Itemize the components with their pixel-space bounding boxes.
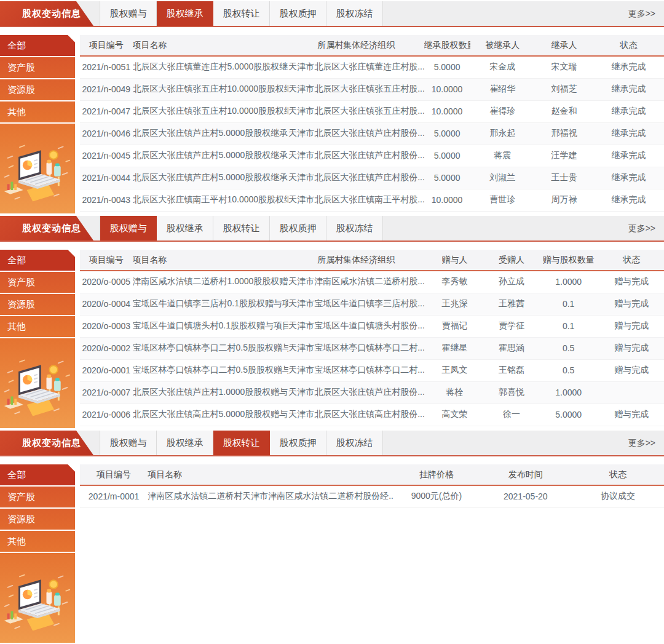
tab-equity-freeze[interactable]: 股权冻结 [326, 216, 383, 241]
table-cell: 10.0000 [424, 189, 470, 211]
tab-equity-gift[interactable]: 股权赠与 [100, 431, 157, 455]
panel-title-banner: 股权变动信息 [0, 1, 93, 26]
table-row[interactable]: 2021/n-0045北辰区大张庄镇芦庄村5.0000股股权继承...天津市北辰… [80, 145, 664, 167]
table-cell: 1.0000 [538, 381, 599, 403]
table-cell: 天津市北辰区大张庄镇芦庄村股份... [288, 122, 424, 145]
sidebar-item-asset-shares[interactable]: 资产股 [0, 272, 75, 294]
table-cell: 贾学征 [485, 315, 538, 337]
table-cell: 2021/n-0043 [80, 189, 133, 211]
sidebar-item-resource-shares[interactable]: 资源股 [0, 509, 75, 531]
table-cell: 2021/o-0007 [80, 381, 133, 403]
tab-equity-freeze[interactable]: 股权冻结 [326, 1, 383, 26]
table-row[interactable]: 2020/o-0001宝坻区林亭口镇林亭口二村0.5股股权赠与...天津市宝坻区… [80, 359, 664, 381]
table-row[interactable]: 2021/n-0047北辰区大张庄镇张五庄村10.0000股股权继...天津市北… [80, 100, 664, 122]
table-row[interactable]: 2021/n-0051北辰区大张庄镇董连庄村5.0000股股权继...天津市北辰… [80, 56, 664, 78]
sidebar-item-all[interactable]: 全部 [0, 35, 75, 57]
table-cell: 天津市北辰区大张庄镇高庄村股份... [288, 403, 424, 426]
table-cell: 2021/n-0051 [80, 56, 133, 78]
table-row[interactable]: 2021/n-0044北辰区大张庄镇芦庄村5.0000股股权继承...天津市北辰… [80, 167, 664, 189]
tab-equity-inheritance[interactable]: 股权继承 [157, 431, 213, 455]
tab-equity-transfer[interactable]: 股权转让 [213, 1, 270, 26]
table-cell: 霍思涵 [485, 337, 538, 359]
tab-equity-gift[interactable]: 股权赠与 [100, 216, 157, 241]
table-cell: 2021/n-0047 [80, 100, 133, 122]
table-row[interactable]: 2021/n-0043北辰区大张庄镇南王平村10.0000股股权继...天津市北… [80, 189, 664, 211]
table-row[interactable]: 2020/o-0002宝坻区林亭口镇林亭口二村0.5股股权赠与...天津市宝坻区… [80, 337, 664, 359]
column-header: 挂牌价格 [393, 464, 480, 485]
table-cell: 赠与完成 [599, 337, 664, 359]
table-cell: 2021/n-0044 [80, 167, 133, 189]
table-cell: 宝坻区林亭口镇林亭口二村0.5股股权赠与... [133, 337, 289, 359]
column-header: 被继承人 [470, 35, 535, 56]
category-list: 全部资产股资源股其他 [0, 250, 75, 338]
sidebar-item-all[interactable]: 全部 [0, 464, 75, 487]
sidebar-item-resource-shares[interactable]: 资源股 [0, 79, 75, 101]
panel-title-banner: 股权变动信息 [0, 216, 93, 241]
table-row[interactable]: 2021/m-0001津南区咸水沽镇二道桥村天津市津南区咸水沽镇二道桥村股份经.… [80, 485, 664, 507]
table-cell: 1.0000 [538, 271, 599, 293]
table-cell: 5.0000 [424, 56, 470, 78]
table-row[interactable]: 2020/o-0005津南区咸水沽镇二道桥村1.0000股股权赠...天津市津南… [80, 271, 664, 293]
tab-equity-transfer[interactable]: 股权转让 [213, 431, 270, 455]
table-cell: 北辰区大张庄镇南王平村10.0000股股权继... [133, 189, 289, 211]
table-cell: 北辰区大张庄镇芦庄村5.0000股股权继承... [133, 145, 289, 167]
table-cell: 赠与完成 [599, 403, 664, 426]
table-cell: 周万禄 [535, 189, 593, 211]
table-cell: 郭喜悦 [485, 381, 538, 403]
category-sidebar: 全部资产股资源股其他 [0, 35, 75, 213]
sidebar-item-other[interactable]: 其他 [0, 316, 75, 338]
tab-equity-gift[interactable]: 股权赠与 [100, 1, 157, 26]
more-link[interactable]: 更多>> [628, 431, 655, 455]
sidebar-item-other[interactable]: 其他 [0, 101, 75, 124]
tab-equity-pledge[interactable]: 股权质押 [270, 431, 326, 455]
table-row[interactable]: 2021/o-0006北辰区大张庄镇高庄村5.0000股股权赠与...天津市北辰… [80, 403, 664, 426]
table-cell: 2021-05-20 [480, 485, 572, 507]
table-cell: 北辰区大张庄镇芦庄村5.0000股股权继承... [133, 122, 289, 145]
table-row[interactable]: 2020/o-0003宝坻区牛道口镇塘头村0.1股股权赠与项目天津市宝坻区牛道口… [80, 315, 664, 337]
table-cell: 宋文瑞 [535, 56, 593, 78]
panel-header: 股权变动信息 股权赠与股权继承股权转让股权质押股权冻结 更多>> [0, 216, 664, 242]
more-link[interactable]: 更多>> [628, 216, 655, 241]
table-cell: 刘福芝 [535, 78, 593, 100]
more-link[interactable]: 更多>> [628, 1, 655, 26]
table-cell: 0.1 [538, 293, 599, 315]
laptop-chart-illustration [2, 140, 73, 206]
sidebar-item-asset-shares[interactable]: 资产股 [0, 57, 75, 79]
column-header: 发布时间 [480, 464, 572, 485]
tab-equity-pledge[interactable]: 股权质押 [270, 1, 326, 26]
table-cell: 曹世珍 [470, 189, 535, 211]
table-row[interactable]: 2021/n-0049北辰区大张庄镇张五庄村10.0000股股权继...天津市北… [80, 78, 664, 100]
tab-equity-inheritance[interactable]: 股权继承 [157, 1, 213, 26]
table-cell: 赠与完成 [599, 271, 664, 293]
tab-equity-transfer[interactable]: 股权转让 [213, 216, 270, 241]
table-cell: 10.0000 [424, 78, 470, 100]
table-cell: 天津市北辰区大张庄镇张五庄村股... [288, 78, 424, 100]
table-cell: 赠与完成 [599, 293, 664, 315]
sidebar-item-all[interactable]: 全部 [0, 250, 75, 272]
table-cell: 蒋震 [470, 145, 535, 167]
laptop-chart-illustration [2, 354, 73, 421]
equity-change-panel-inheritance: 股权变动信息 股权赠与股权继承股权转让股权质押股权冻结 更多>> 全部资产股资源… [0, 1, 664, 213]
table-cell: 2020/o-0004 [80, 293, 133, 315]
sidebar-item-asset-shares[interactable]: 资产股 [0, 487, 75, 509]
table-row[interactable]: 2021/o-0007北辰区大张庄镇芦庄村1.0000股股权赠与...天津市北辰… [80, 381, 664, 403]
sidebar-item-other[interactable]: 其他 [0, 531, 75, 553]
table-cell: 汪学建 [535, 145, 593, 167]
sidebar-item-resource-shares[interactable]: 资源股 [0, 294, 75, 316]
table-cell: 李秀敏 [424, 271, 486, 293]
table-row[interactable]: 2020/o-0004宝坻区牛道口镇李三店村0.1股股权赠与项目天津市宝坻区牛道… [80, 293, 664, 315]
table-cell: 赵金和 [535, 100, 593, 122]
table-cell: 宝坻区林亭口镇林亭口二村0.5股股权赠与... [133, 359, 289, 381]
table-cell: 继承完成 [593, 78, 664, 100]
table-cell: 霍继星 [424, 337, 486, 359]
table-row[interactable]: 2021/n-0046北辰区大张庄镇芦庄村5.0000股股权继承...天津市北辰… [80, 122, 664, 145]
column-header: 所属村集体经济组织 [288, 35, 424, 56]
table-cell: 北辰区大张庄镇张五庄村10.0000股股权继... [133, 100, 289, 122]
tab-equity-freeze[interactable]: 股权冻结 [326, 431, 383, 455]
tab-equity-inheritance[interactable]: 股权继承 [157, 216, 213, 241]
tab-equity-pledge[interactable]: 股权质押 [270, 216, 326, 241]
table-cell: 0.5 [538, 359, 599, 381]
column-header: 状态 [593, 35, 664, 56]
table-cell: 2021/n-0045 [80, 145, 133, 167]
table-cell: 2020/o-0003 [80, 315, 133, 337]
